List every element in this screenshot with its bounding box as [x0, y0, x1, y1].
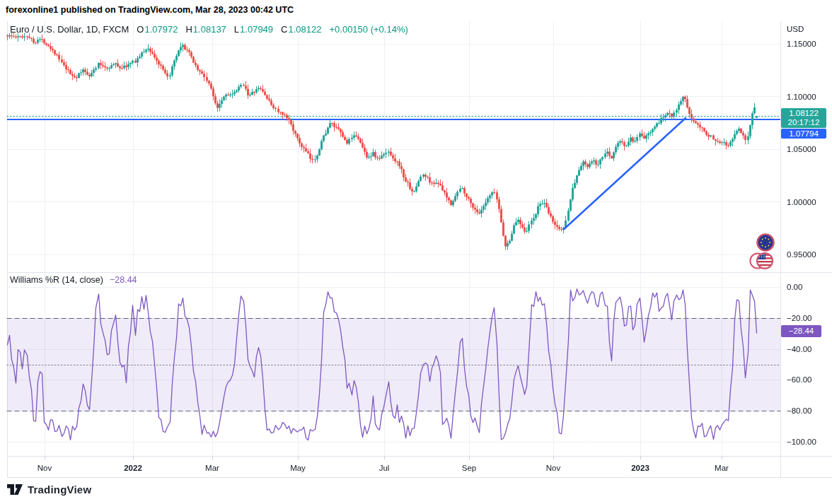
price-axis-label: 1.10000 — [787, 93, 816, 101]
ohlc-close: C1.08122 — [281, 24, 321, 35]
time-axis-label: Jul — [379, 464, 390, 472]
williams-r-value-badge: −28.44 — [781, 325, 821, 337]
currency-label: USD — [787, 25, 804, 33]
time-axis-label: Nov — [37, 464, 52, 472]
ohlc-low: L1.07949 — [234, 24, 273, 35]
price-axis-label: 1.05000 — [787, 145, 816, 153]
williams-r-axis-label: −40.00 — [787, 345, 812, 353]
us-flag-icon — [749, 251, 775, 271]
tradingview-chart-screenshot: forexonline1 published on TradingView.co… — [0, 0, 832, 504]
time-axis-label: 2023 — [631, 464, 649, 472]
price-change: +0.00150 (+0.14%) — [329, 24, 408, 35]
symbol-legend[interactable]: Euro / U.S. Dollar, 1D, FXCM O1.07972 H1… — [10, 24, 408, 35]
horizontal-line-price-badge: 1.07794 — [781, 129, 826, 139]
tradingview-logo-icon — [7, 484, 23, 496]
williams-r-axis-label: −20.00 — [787, 314, 812, 322]
eu-flag-icon — [756, 233, 775, 252]
williams-r-axis-label: −100.00 — [787, 438, 816, 446]
countdown-timer: 20:17:12 — [788, 118, 820, 127]
time-axis-label: Nov — [546, 464, 560, 472]
williams-r-legend[interactable]: Williams %R (14, close) −28.44 — [10, 275, 137, 285]
ohlc-open: O1.07972 — [137, 24, 178, 35]
tradingview-logo[interactable]: TradingView — [7, 484, 91, 496]
last-price-badge: 1.08122 20:17:12 — [781, 108, 826, 128]
symbol-title: Euro / U.S. Dollar, 1D, FXCM — [10, 24, 129, 35]
ohlc-high: H1.08137 — [185, 24, 226, 35]
time-axis-label: Mar — [205, 464, 219, 472]
tradingview-logo-text: TradingView — [28, 484, 91, 496]
williams-r-axis-label: −80.00 — [787, 406, 812, 415]
time-axis-label: Mar — [715, 464, 729, 472]
price-axis-label: 1.15000 — [787, 40, 816, 48]
time-axis-label: May — [290, 464, 306, 472]
price-axis-label: 0.95000 — [787, 250, 816, 259]
time-axis-label: 2022 — [124, 464, 142, 472]
williams-r-axis-label: −60.00 — [787, 375, 812, 384]
williams-r-axis-label: 0.00 — [787, 283, 802, 291]
price-axis-label: 1.00000 — [787, 198, 816, 206]
williams-r-value: −28.44 — [110, 275, 137, 285]
williams-r-title: Williams %R (14, close) — [10, 275, 103, 285]
price-chart-canvas[interactable] — [0, 0, 832, 504]
time-axis-label: Sep — [462, 464, 476, 472]
